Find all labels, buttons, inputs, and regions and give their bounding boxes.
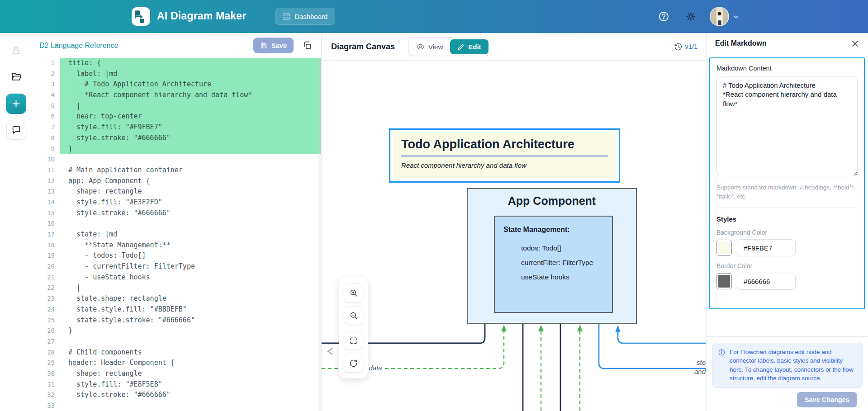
code-line[interactable]: 4 *React component hierarchy and data fl… <box>32 90 321 101</box>
line-number: 13 <box>32 186 60 197</box>
code-line[interactable]: 14 style.fill: "#E3F2FD" <box>32 197 321 208</box>
help-icon[interactable] <box>658 11 669 22</box>
title-node-selected[interactable]: Todo Application Architecture React comp… <box>389 128 620 183</box>
save-button[interactable]: Save <box>253 38 294 53</box>
avatar-photo <box>711 8 728 25</box>
reset-icon <box>349 359 358 368</box>
close-panel-button[interactable] <box>847 36 863 51</box>
line-number: 15 <box>32 208 60 219</box>
code-line[interactable]: 27 <box>32 336 321 347</box>
background-color-swatch[interactable] <box>716 240 732 256</box>
code-line[interactable]: 8 style.stroke: "#666666" <box>32 133 321 144</box>
code-line[interactable]: 32 style.stroke: "#666666" <box>32 390 321 401</box>
editor-scrollbar[interactable] <box>318 58 321 411</box>
chevron-down-icon[interactable] <box>732 13 740 21</box>
code-line[interactable]: 12 app: App Component { <box>32 176 321 187</box>
code-line[interactable]: 22 | <box>32 283 321 293</box>
reset-view-button[interactable] <box>344 354 363 373</box>
code-line[interactable]: 7 style.fill: "#F9FBE7" <box>32 122 321 133</box>
line-number: 31 <box>32 379 60 390</box>
save-changes-button[interactable]: Save Changes <box>797 392 857 407</box>
code-line[interactable]: 21 - useState hooks <box>32 272 321 283</box>
code-line[interactable]: 11 # Main application container <box>32 165 321 176</box>
dashboard-button[interactable]: Dashboard <box>275 8 335 25</box>
line-number: 24 <box>32 304 60 315</box>
line-number: 23 <box>32 293 60 304</box>
line-number: 1 <box>32 58 60 69</box>
line-content: style.stroke: "#666666" <box>60 208 321 219</box>
line-content <box>60 154 321 165</box>
line-content: - todos: Todo[] <box>60 250 321 261</box>
line-content <box>60 218 321 229</box>
line-number: 16 <box>32 218 60 229</box>
code-line[interactable]: 16 <box>32 218 321 229</box>
code-line[interactable]: 2 label: |md <box>32 69 321 80</box>
code-line[interactable]: 5 | <box>32 101 321 112</box>
left-toolbar <box>0 33 32 411</box>
version-label: v1/1 <box>685 43 697 50</box>
code-line[interactable]: 10 <box>32 154 321 165</box>
line-content: header: Header Component { <box>60 358 321 368</box>
panel-title: Edit Markdown <box>715 39 847 47</box>
code-line[interactable]: 9 } <box>32 144 321 155</box>
line-number: 30 <box>32 368 60 379</box>
code-line[interactable]: 19 - todos: Todo[] <box>32 250 321 261</box>
new-diagram-button[interactable] <box>6 94 26 114</box>
zoom-controls <box>339 277 368 378</box>
code-line[interactable]: 24 state.style.fill: "#BBDEFB" <box>32 304 321 315</box>
code-line[interactable]: 33 <box>32 401 321 411</box>
markdown-edit-section: Markdown Content # Todo Application Arch… <box>709 57 865 309</box>
markdown-content-input[interactable]: # Todo Application Architecture *React c… <box>716 76 858 176</box>
code-line[interactable]: 26 } <box>32 326 321 336</box>
zoom-in-button[interactable] <box>344 283 363 302</box>
code-line[interactable]: 17 state: |md <box>32 229 321 240</box>
version-history[interactable]: v1/1 <box>674 43 697 51</box>
code-line[interactable]: 1 title: { <box>32 58 321 69</box>
code-line[interactable]: 15 style.stroke: "#666666" <box>32 208 321 219</box>
background-color-label: Background Color <box>716 229 858 236</box>
border-color-swatch[interactable] <box>716 273 732 289</box>
files-button[interactable] <box>0 71 32 82</box>
chat-button[interactable] <box>6 120 26 140</box>
section-divider <box>716 208 858 208</box>
line-content: state.style.fill: "#BBDEFB" <box>60 304 321 315</box>
lock-button[interactable] <box>0 45 32 56</box>
top-navbar: AI Diagram Maker Dashboard <box>0 0 868 33</box>
diagram-canvas-panel: Diagram Canvas View Edit <box>322 33 706 411</box>
code-line[interactable]: 18 **State Management:** <box>32 240 321 251</box>
fit-view-button[interactable] <box>344 331 363 350</box>
line-content <box>60 336 321 347</box>
copy-button[interactable] <box>300 39 314 52</box>
code-line[interactable]: 30 shape: rectangle <box>32 368 321 379</box>
user-avatar[interactable] <box>711 8 728 25</box>
background-color-input[interactable] <box>737 239 796 256</box>
code-line[interactable]: 20 - currentFilter: FilterType <box>32 261 321 272</box>
markdown-content-label: Markdown Content <box>716 65 858 72</box>
app-component-node[interactable]: App Component State Management: todos: T… <box>467 188 637 324</box>
code-line[interactable]: 23 state.shape: rectangle <box>32 293 321 304</box>
code-line[interactable]: 6 near: top-center <box>32 111 321 122</box>
grid-icon <box>283 13 290 20</box>
line-content: label: |md <box>60 69 321 80</box>
styles-heading: Styles <box>716 215 858 223</box>
code-line[interactable]: 28 # Child components <box>32 347 321 358</box>
state-node[interactable]: State Management: todos: Todo[] currentF… <box>494 216 613 313</box>
code-line[interactable]: 31 style.fill: "#E8F5E8" <box>32 379 321 390</box>
save-label: Save <box>271 42 287 49</box>
line-number: 28 <box>32 347 60 358</box>
zoom-out-button[interactable] <box>344 306 363 325</box>
code-line[interactable]: 25 state.style.stroke: "#666666" <box>32 315 321 326</box>
edit-tab[interactable]: Edit <box>450 39 488 54</box>
line-number: 14 <box>32 197 60 208</box>
code-line[interactable]: 29 header: Header Component { <box>32 358 321 368</box>
theme-toggle-sun-icon[interactable] <box>685 11 697 22</box>
code-line[interactable]: 3 # Todo Application Architecture <box>32 79 321 90</box>
border-color-input[interactable] <box>737 273 796 290</box>
view-tab[interactable]: View <box>410 39 449 54</box>
code-line[interactable]: 13 shape: rectangle <box>32 186 321 197</box>
line-number: 4 <box>32 90 60 101</box>
line-content: - currentFilter: FilterType <box>60 261 321 272</box>
canvas-viewport[interactable]: Todo Application Architecture React comp… <box>322 61 706 411</box>
line-content: style.fill: "#E3F2FD" <box>60 197 321 208</box>
diagram-title-text: Todo Application Architecture <box>401 136 608 152</box>
